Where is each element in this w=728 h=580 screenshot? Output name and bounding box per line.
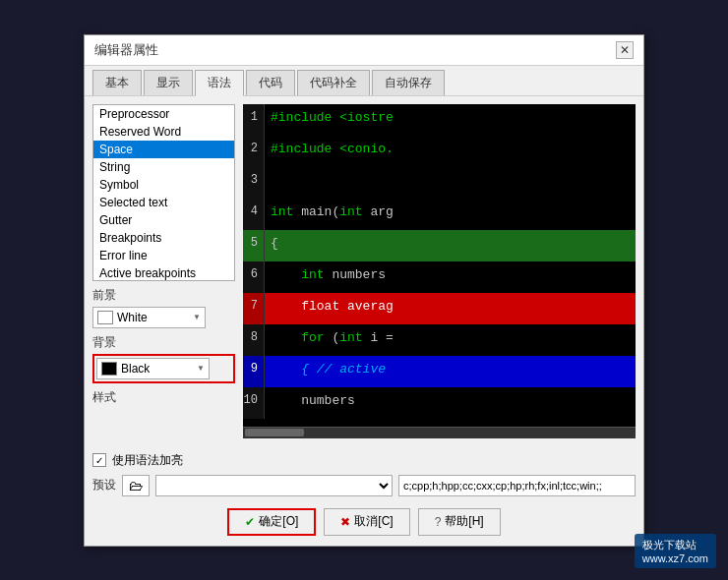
ok-button[interactable]: ✔ 确定[O] xyxy=(227,508,316,536)
list-item[interactable]: Breakpoints xyxy=(93,229,234,247)
tab-autosave[interactable]: 自动保存 xyxy=(372,70,445,95)
bg-dropdown-highlight: Black ▼ xyxy=(92,354,235,383)
line-content-2: #include <conio. xyxy=(265,136,636,167)
bg-dropdown-arrow: ▼ xyxy=(197,364,205,373)
code-line-6: 6 int numbers xyxy=(243,261,636,293)
bg-color-swatch xyxy=(101,362,117,376)
line-num-10: 10 xyxy=(243,387,265,419)
dialog-title: 编辑器属性 xyxy=(94,41,158,59)
help-button[interactable]: ? 帮助[H] xyxy=(418,508,501,536)
line-content-9: { // active xyxy=(265,356,636,387)
style-section: 样式 xyxy=(92,389,235,406)
editor-properties-dialog: 编辑器属性 ✕ 基本 显示 语法 代码 代码补全 自动保存 Preprocess… xyxy=(84,34,644,547)
line-num-8: 8 xyxy=(243,324,265,356)
help-label: 帮助[H] xyxy=(445,513,483,530)
fg-dropdown-row: White ▼ xyxy=(92,307,235,328)
line-content-4: int main(int arg xyxy=(265,199,636,230)
tab-code[interactable]: 代码 xyxy=(246,70,295,95)
bg-label: 背景 xyxy=(92,334,235,351)
code-line-2: 2 #include <conio. xyxy=(243,136,636,167)
cancel-icon: ✖ xyxy=(340,515,350,529)
tab-basic[interactable]: 基本 xyxy=(92,70,142,95)
code-line-1: 1 #include <iostre xyxy=(243,104,636,136)
fg-color-swatch xyxy=(97,311,113,324)
list-item[interactable]: Preprocessor xyxy=(93,105,234,123)
syntax-label: 使用语法加亮 xyxy=(112,452,183,469)
line-content-1: #include <iostre xyxy=(265,104,636,136)
line-num-6: 6 xyxy=(243,261,265,293)
bottom-section: ✓ 使用语法加亮 预设 🗁 ✔ 确定[O] ✖ 取消[C] ? 帮助[H] xyxy=(85,446,643,546)
scrollbar-thumb[interactable] xyxy=(245,429,304,436)
line-num-3: 3 xyxy=(243,167,265,199)
list-item[interactable]: Gutter xyxy=(93,211,234,229)
ok-check-icon: ✔ xyxy=(245,515,255,529)
bg-color-name: Black xyxy=(121,362,150,376)
line-content-8: for (int i = xyxy=(265,324,636,356)
fg-label: 前景 xyxy=(92,287,235,304)
main-content: Preprocessor Reserved Word Space String … xyxy=(85,96,643,446)
button-row: ✔ 确定[O] ✖ 取消[C] ? 帮助[H] xyxy=(92,502,636,540)
tab-display[interactable]: 显示 xyxy=(144,70,193,95)
extensions-input[interactable] xyxy=(398,475,636,496)
list-item-space[interactable]: Space xyxy=(93,141,234,158)
left-panel: Preprocessor Reserved Word Space String … xyxy=(92,104,235,438)
code-preview: 1 #include <iostre 2 #include <conio. 3 … xyxy=(243,104,636,438)
list-item[interactable]: Selected text xyxy=(93,194,234,211)
line-num-2: 2 xyxy=(243,136,265,167)
help-icon: ? xyxy=(435,515,442,529)
watermark: 极光下载站 www.xz7.com xyxy=(635,534,716,568)
preset-dropdown[interactable] xyxy=(155,475,393,496)
code-line-9: 9 { // active xyxy=(243,356,636,387)
list-item[interactable]: Error line xyxy=(93,247,234,264)
line-num-1: 1 xyxy=(243,104,265,136)
right-panel: 1 #include <iostre 2 #include <conio. 3 … xyxy=(243,104,636,438)
list-item[interactable]: Reserved Word xyxy=(93,123,234,141)
line-content-3 xyxy=(265,167,636,199)
bg-dropdown-row: Black ▼ xyxy=(96,358,231,379)
preset-row: 预设 🗁 xyxy=(92,475,636,496)
horizontal-scrollbar[interactable] xyxy=(243,427,636,438)
preset-icon-button[interactable]: 🗁 xyxy=(122,475,150,496)
bg-color-dropdown[interactable]: Black ▼ xyxy=(96,358,210,379)
list-item[interactable]: String xyxy=(93,158,234,176)
list-item[interactable]: Symbol xyxy=(93,176,234,194)
line-num-9: 9 xyxy=(243,356,265,387)
line-num-7: 7 xyxy=(243,293,265,324)
tab-autocomplete[interactable]: 代码补全 xyxy=(297,70,370,95)
code-line-10: 10 numbers xyxy=(243,387,636,419)
syntax-checkbox[interactable]: ✓ xyxy=(92,453,106,467)
line-num-4: 4 xyxy=(243,199,265,230)
cancel-label: 取消[C] xyxy=(354,513,393,530)
ok-label: 确定[O] xyxy=(259,513,298,530)
title-bar: 编辑器属性 ✕ xyxy=(85,35,643,66)
tab-syntax[interactable]: 语法 xyxy=(195,70,244,96)
cancel-button[interactable]: ✖ 取消[C] xyxy=(324,508,409,536)
tab-bar: 基本 显示 语法 代码 代码补全 自动保存 xyxy=(85,66,643,96)
code-line-5: 5 { xyxy=(243,230,636,261)
line-num-5: 5 xyxy=(243,230,265,261)
watermark-line2: www.xz7.com xyxy=(642,552,708,564)
foreground-section: 前景 White ▼ xyxy=(92,287,235,328)
list-item[interactable]: Active breakpoints xyxy=(93,264,234,281)
code-line-3: 3 xyxy=(243,167,636,199)
fg-color-dropdown[interactable]: White ▼ xyxy=(92,307,206,328)
style-label: 样式 xyxy=(92,389,235,406)
preset-label: 预设 xyxy=(92,477,116,493)
background-section: 背景 Black ▼ xyxy=(92,334,235,383)
fg-color-name: White xyxy=(117,311,148,324)
syntax-list[interactable]: Preprocessor Reserved Word Space String … xyxy=(92,104,235,281)
code-line-7: 7 float averag xyxy=(243,293,636,324)
line-content-10: numbers xyxy=(265,387,636,419)
watermark-line1: 极光下载站 xyxy=(642,538,708,552)
fg-dropdown-arrow: ▼ xyxy=(193,313,201,321)
close-button[interactable]: ✕ xyxy=(616,41,634,59)
line-content-6: int numbers xyxy=(265,261,636,293)
line-content-7: float averag xyxy=(265,293,636,324)
code-line-4: 4 int main(int arg xyxy=(243,199,636,230)
line-content-5: { xyxy=(265,230,636,261)
syntax-row: ✓ 使用语法加亮 xyxy=(92,452,636,469)
code-line-8: 8 for (int i = xyxy=(243,324,636,356)
